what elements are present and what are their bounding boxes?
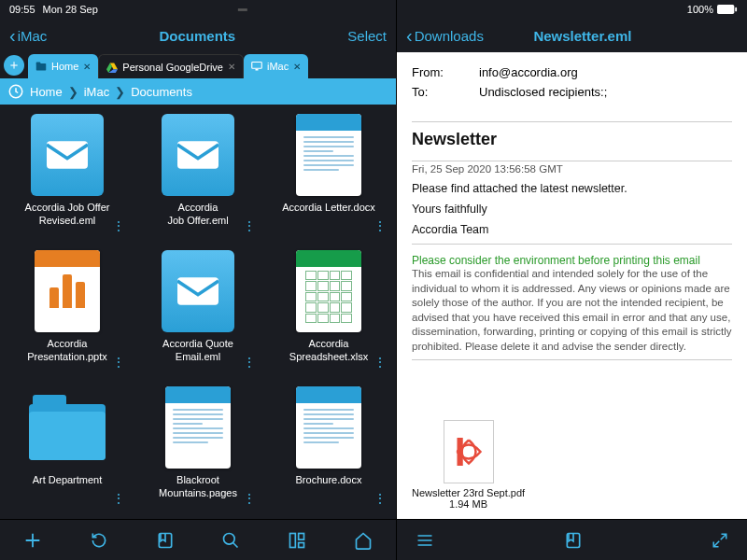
crumb[interactable]: Documents xyxy=(131,85,192,99)
file-menu-button[interactable]: ⋮ xyxy=(243,491,256,506)
file-menu-button[interactable]: ⋮ xyxy=(243,218,256,233)
file-label: Accordia Job Offer Revised.eml xyxy=(16,202,119,228)
email-date: Fri, 25 Sep 2020 13:56:58 GMT xyxy=(412,163,732,175)
svg-rect-9 xyxy=(177,141,218,168)
bookmark-button[interactable] xyxy=(155,530,176,551)
tab-home[interactable]: Home ✕ xyxy=(28,54,98,78)
file-icon xyxy=(290,385,367,470)
file-label: Accordia Spreadsheet.xlsx xyxy=(277,338,380,364)
svg-rect-6 xyxy=(255,69,258,71)
file-label: Blackroot Mountains.pages xyxy=(147,474,249,500)
battery-icon xyxy=(717,5,738,15)
history-icon[interactable] xyxy=(7,83,24,100)
refresh-button[interactable] xyxy=(89,530,109,551)
file-label: Art Department xyxy=(33,474,103,487)
file-item[interactable]: Art Department⋮ xyxy=(4,385,131,517)
file-item[interactable]: AccordiaJob Offer.eml⋮ xyxy=(134,112,261,245)
back-label: iMac xyxy=(18,28,48,44)
file-menu-button[interactable]: ⋮ xyxy=(374,218,387,233)
right-navbar: ‹ Downloads Newsletter.eml xyxy=(397,19,747,52)
file-item[interactable]: Accordia Presentation.pptx⋮ xyxy=(4,248,131,381)
file-item[interactable]: Accordia Quote Email.eml⋮ xyxy=(134,248,261,381)
attachment-name: Newsletter 23rd Sept.pdf xyxy=(412,487,525,498)
add-tab-button[interactable]: ＋ xyxy=(4,55,24,76)
file-menu-button[interactable]: ⋮ xyxy=(112,218,125,233)
chevron-right-icon: ❯ xyxy=(115,85,125,99)
svg-rect-16 xyxy=(717,5,734,14)
from-value: info@accordia.org xyxy=(479,65,578,79)
file-item[interactable]: Accordia Spreadsheet.xlsx⋮ xyxy=(265,248,392,381)
close-icon[interactable]: ✕ xyxy=(293,62,301,72)
home-button[interactable] xyxy=(353,530,374,551)
file-item[interactable]: Blackroot Mountains.pages⋮ xyxy=(134,385,261,517)
file-icon xyxy=(29,385,106,470)
select-button[interactable]: Select xyxy=(347,28,387,44)
file-menu-button[interactable]: ⋮ xyxy=(112,491,125,506)
svg-rect-13 xyxy=(289,533,295,547)
from-label: From: xyxy=(412,65,479,79)
status-day: Mon 28 Sep xyxy=(43,4,98,15)
back-button[interactable]: ‹ iMac xyxy=(9,26,47,45)
svg-rect-8 xyxy=(47,141,88,168)
file-item[interactable]: Accordia Letter.docx⋮ xyxy=(265,112,392,245)
disclaimer-title: Please consider the environment before p… xyxy=(412,254,732,267)
file-menu-button[interactable]: ⋮ xyxy=(374,355,387,370)
disclaimer-text: This email is confidential and intended … xyxy=(412,267,732,360)
file-icon xyxy=(29,248,106,334)
breadcrumb: Home ❯ iMac ❯ Documents xyxy=(0,78,396,105)
bookmark-button[interactable] xyxy=(564,531,583,550)
left-title: Documents xyxy=(159,28,235,44)
file-label: Accordia Quote Email.eml xyxy=(147,338,249,364)
svg-rect-14 xyxy=(299,533,304,539)
email-header: From: info@accordia.org To: Undisclosed … xyxy=(397,52,747,112)
to-value: Undisclosed recipients:; xyxy=(479,85,607,99)
file-icon xyxy=(290,112,367,198)
file-label: Accordia Presentation.pptx xyxy=(16,338,119,364)
tab-gdrive[interactable]: Personal GoogleDrive ✕ xyxy=(98,54,244,78)
expand-button[interactable] xyxy=(712,532,728,549)
file-menu-button[interactable]: ⋮ xyxy=(374,491,387,506)
tab-imac[interactable]: iMac ✕ xyxy=(244,54,308,78)
file-menu-button[interactable]: ⋮ xyxy=(243,355,256,370)
file-label: Accordia Letter.docx xyxy=(282,202,375,215)
left-navbar: ‹ iMac Documents Select xyxy=(0,19,396,52)
left-toolbar xyxy=(0,519,396,560)
attachment[interactable]: Newsletter 23rd Sept.pdf 1.94 MB xyxy=(412,420,525,510)
email-subject: Newsletter xyxy=(412,130,732,149)
right-title: Newsletter.eml xyxy=(533,28,631,44)
file-menu-button[interactable]: ⋮ xyxy=(112,355,125,370)
chevron-left-icon: ‹ xyxy=(406,26,413,45)
file-item[interactable]: Accordia Job Offer Revised.eml⋮ xyxy=(4,112,131,245)
crumb[interactable]: iMac xyxy=(84,85,109,99)
email-body: Newsletter Fri, 25 Sep 2020 13:56:58 GMT… xyxy=(397,112,747,519)
attachment-size: 1.94 MB xyxy=(412,498,525,510)
crumb[interactable]: Home xyxy=(30,85,63,99)
close-icon[interactable]: ✕ xyxy=(83,62,91,72)
email-text: Accordia Team xyxy=(412,223,732,236)
svg-point-12 xyxy=(224,533,235,544)
right-toolbar xyxy=(397,519,747,560)
file-item[interactable]: Brochure.docx⋮ xyxy=(265,385,392,517)
back-button[interactable]: ‹ Downloads xyxy=(406,26,484,45)
add-button[interactable] xyxy=(22,530,43,551)
file-label: Brochure.docx xyxy=(296,474,362,487)
file-browser-pane: 09:55 Mon 28 Sep ━ ‹ iMac Documents Sele… xyxy=(0,0,397,560)
view-button[interactable] xyxy=(287,530,307,551)
to-label: To: xyxy=(412,85,479,99)
email-text: Yours faithfully xyxy=(412,203,732,216)
close-icon[interactable]: ✕ xyxy=(228,62,235,72)
tab-strip: ＋ Home ✕ Personal GoogleDrive ✕ iMac ✕ xyxy=(0,52,396,78)
chevron-right-icon: ❯ xyxy=(68,85,78,99)
file-icon xyxy=(29,112,106,198)
file-icon xyxy=(160,385,236,470)
status-time: 09:55 xyxy=(9,4,35,15)
status-bar-right: 100% xyxy=(397,0,747,19)
battery-pct: 100% xyxy=(687,4,713,15)
file-icon xyxy=(160,248,236,334)
menu-button[interactable] xyxy=(416,531,434,550)
file-grid: Accordia Job Offer Revised.eml⋮AccordiaJ… xyxy=(0,105,396,519)
svg-rect-10 xyxy=(177,277,218,304)
svg-rect-17 xyxy=(735,7,737,11)
search-button[interactable] xyxy=(220,530,241,551)
file-label: AccordiaJob Offer.eml xyxy=(167,202,228,228)
